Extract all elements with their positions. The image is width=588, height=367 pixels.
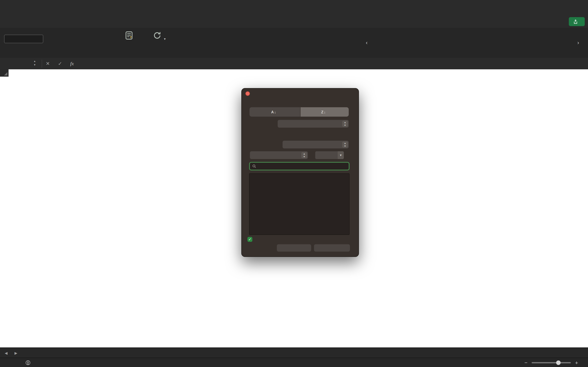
ribbon-tab-strip — [0, 16, 588, 28]
sheet-nav-prev-icon[interactable]: ◀ — [3, 348, 9, 358]
filter-by-color-dropdown[interactable]: ▲▼ — [283, 141, 349, 149]
insert-slicer-button[interactable] — [116, 29, 143, 42]
status-right: − + — [504, 358, 584, 367]
zoom-slider[interactable] — [532, 362, 571, 363]
window-title — [0, 0, 588, 16]
sort-az-icon: A↓ — [271, 110, 276, 114]
share-button[interactable] — [569, 17, 585, 26]
chevron-down-icon: ▼ — [338, 151, 344, 159]
filter-dialog: A↓ Z↓ ▲▼ ▲▼ ▲▼ ▼ — [241, 88, 359, 257]
share-icon — [573, 19, 578, 24]
chevron-down-icon: ▼ — [163, 38, 166, 40]
excel-window: ▼ ‹ › ▲▼ ✕ ✓ fx — [0, 0, 588, 367]
sort-descending-button[interactable]: Z↓ — [301, 107, 349, 117]
ribbon-table-tab: ▼ ‹ › — [0, 28, 588, 58]
divider — [42, 59, 42, 68]
zoom-out-button[interactable]: − — [523, 360, 528, 366]
sort-za-icon: Z↓ — [321, 110, 326, 114]
sheet-nav-next-icon[interactable]: ▶ — [13, 348, 19, 358]
stepper-icon: ▲▼ — [342, 142, 348, 148]
refresh-button[interactable]: ▼ — [144, 29, 170, 42]
zoom-in-button[interactable]: + — [574, 360, 579, 366]
stepper-icon: ▲▼ — [301, 152, 307, 158]
status-left — [6, 358, 33, 367]
add-sheet-button[interactable] — [64, 348, 70, 358]
name-box-stepper-icon[interactable]: ▲▼ — [34, 59, 36, 67]
clear-filter-button[interactable] — [314, 244, 350, 252]
table-style-gallery: ‹ › — [364, 32, 582, 54]
sort-ascending-button[interactable]: A↓ — [250, 107, 300, 117]
filter-search — [249, 162, 350, 170]
filter-value-field[interactable] — [315, 151, 338, 159]
filter-search-input[interactable] — [258, 163, 347, 169]
sort-by-color-dropdown[interactable]: ▲▼ — [278, 120, 349, 128]
sort-direction-segment: A↓ Z↓ — [250, 107, 349, 117]
cancel-entry-icon[interactable]: ✕ — [46, 58, 50, 69]
filter-value-list — [249, 173, 350, 235]
slicer-icon — [124, 30, 134, 41]
zoom-slider-thumb[interactable] — [556, 360, 561, 365]
stepper-icon: ▲▼ — [342, 121, 348, 127]
table-name-group — [4, 32, 43, 43]
accessibility-icon — [25, 360, 31, 365]
formula-bar: ▲▼ ✕ ✓ fx — [0, 58, 588, 70]
apply-filter-button[interactable] — [277, 244, 311, 252]
table-name-input[interactable] — [4, 35, 43, 43]
auto-apply-checkbox[interactable]: ✓ — [247, 237, 255, 242]
select-all-corner[interactable] — [0, 69, 9, 77]
gallery-prev-button[interactable]: ‹ — [364, 38, 369, 47]
search-icon — [252, 164, 256, 168]
filter-condition-dropdown[interactable]: ▲▼ — [250, 151, 308, 159]
insert-function-icon[interactable]: fx — [70, 58, 74, 69]
sheet-tab-bar: ◀ ▶ — [0, 347, 588, 358]
confirm-entry-icon[interactable]: ✓ — [58, 58, 62, 69]
titlebar — [0, 0, 588, 16]
filter-dialog-title — [242, 89, 359, 98]
refresh-icon: ▼ — [152, 30, 163, 41]
status-bar: − + — [0, 358, 588, 367]
accessibility-status[interactable] — [25, 360, 33, 365]
checkbox-checked-icon: ✓ — [247, 237, 252, 242]
filter-value-combobox[interactable]: ▼ — [315, 151, 344, 159]
gallery-next-button[interactable]: › — [576, 38, 581, 47]
